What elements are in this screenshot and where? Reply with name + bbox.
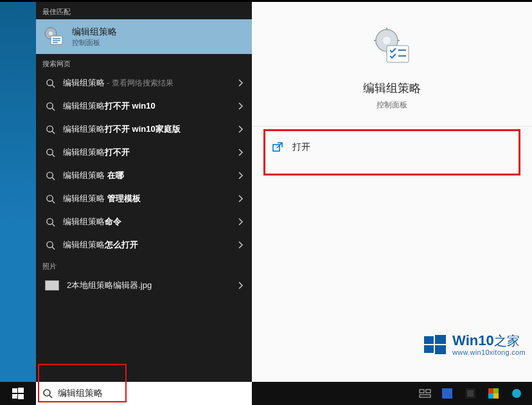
web-results-list: 编辑组策略 - 查看网络搜索结果 编辑组策略打不开 win10 编辑组策略打不开… — [36, 71, 252, 256]
web-result-label: 编辑组策略怎么打开 — [63, 239, 138, 251]
search-icon — [45, 217, 55, 227]
svg-line-42 — [49, 395, 52, 398]
svg-rect-44 — [426, 390, 430, 393]
web-result-item[interactable]: 编辑组策略打不开 win10家庭版 — [36, 118, 252, 141]
pinned-app-icon[interactable] — [511, 388, 523, 399]
svg-rect-36 — [435, 345, 446, 354]
preview-title: 编辑组策略 — [363, 80, 421, 96]
chevron-right-icon — [238, 195, 243, 203]
taskview-icon[interactable] — [419, 388, 430, 399]
watermark-brand: Win10之家 — [452, 332, 526, 350]
best-match-header: 最佳匹配 — [36, 2, 252, 19]
search-icon — [45, 124, 55, 134]
open-action[interactable]: 打开 — [263, 129, 520, 176]
chevron-right-icon — [238, 102, 243, 110]
search-icon — [45, 78, 55, 88]
web-result-item[interactable]: 编辑组策略打不开 win10 — [36, 94, 252, 118]
web-result-item[interactable]: 编辑组策略 管理模板 — [36, 187, 252, 210]
chevron-right-icon — [238, 241, 243, 249]
svg-point-8 — [46, 102, 52, 108]
preview-panel: 编辑组策略 控制面板 打开 Win10之家 www.win10xitong.co… — [252, 2, 532, 382]
pinned-app-icon[interactable] — [465, 388, 477, 399]
control-panel-large-icon — [366, 21, 418, 73]
open-external-icon — [272, 141, 283, 153]
chevron-right-icon — [238, 172, 243, 179]
svg-point-53 — [512, 389, 521, 398]
best-match-subtitle: 控制面板 — [72, 38, 117, 48]
search-icon — [45, 147, 55, 158]
svg-point-41 — [44, 390, 50, 396]
control-panel-icon — [42, 25, 66, 48]
svg-rect-35 — [424, 345, 434, 353]
svg-rect-28 — [387, 46, 409, 62]
svg-rect-40 — [18, 394, 24, 399]
photo-result-item[interactable]: 2本地组策略编辑器.jpg — [36, 274, 252, 297]
web-result-item[interactable]: 编辑组策略 在哪 — [36, 164, 252, 187]
watermark: Win10之家 www.win10xitong.com — [424, 332, 526, 356]
svg-point-1 — [49, 32, 53, 35]
web-result-label: 编辑组策略打不开 win10家庭版 — [63, 123, 181, 135]
windows-start-icon — [12, 388, 24, 399]
svg-line-17 — [52, 201, 55, 203]
web-result-item[interactable]: 编辑组策略 - 查看网络搜索结果 — [36, 71, 252, 94]
svg-rect-39 — [12, 394, 17, 399]
web-result-item[interactable]: 编辑组策略打不开 — [36, 141, 252, 164]
taskbar-tray — [410, 388, 532, 399]
svg-rect-50 — [493, 388, 499, 393]
photo-result-label: 2本地组策略编辑器.jpg — [67, 280, 152, 291]
best-match-item[interactable]: 编辑组策略 控制面板 — [36, 19, 252, 54]
svg-rect-49 — [488, 388, 493, 393]
svg-point-10 — [46, 125, 52, 131]
svg-line-21 — [52, 247, 55, 249]
svg-point-16 — [46, 195, 52, 201]
chevron-right-icon — [238, 282, 243, 289]
svg-rect-52 — [493, 393, 499, 399]
pinned-app-icon[interactable] — [488, 388, 500, 399]
svg-rect-34 — [435, 335, 446, 344]
search-icon — [45, 101, 55, 111]
desktop-left-strip — [0, 2, 36, 382]
svg-line-13 — [52, 154, 55, 157]
web-result-label: 编辑组策略打不开 win10 — [63, 100, 155, 112]
svg-rect-43 — [420, 390, 424, 393]
web-result-label: 编辑组策略打不开 — [63, 147, 130, 158]
best-match-title: 编辑组策略 — [72, 26, 117, 38]
svg-rect-38 — [18, 388, 24, 393]
watermark-url: www.win10xitong.com — [452, 348, 526, 356]
divider — [252, 126, 532, 127]
image-thumbnail-icon — [45, 280, 59, 291]
pinned-app-icon[interactable] — [442, 388, 454, 399]
svg-point-6 — [46, 79, 52, 85]
svg-point-18 — [46, 218, 52, 224]
svg-line-11 — [52, 131, 55, 134]
svg-line-15 — [52, 177, 55, 180]
svg-line-9 — [52, 108, 55, 111]
web-result-item[interactable]: 编辑组策略命令 — [36, 210, 252, 233]
start-button[interactable] — [0, 382, 36, 405]
taskbar-search-box[interactable]: 编辑组策略 — [36, 382, 252, 405]
search-icon — [45, 240, 55, 250]
svg-point-20 — [46, 241, 52, 247]
svg-rect-46 — [442, 388, 452, 399]
windows-logo-icon — [424, 335, 446, 354]
svg-line-19 — [52, 224, 55, 226]
svg-rect-37 — [12, 388, 17, 393]
svg-rect-48 — [467, 390, 474, 397]
search-input-text: 编辑组策略 — [58, 388, 103, 399]
svg-point-14 — [46, 172, 52, 177]
search-icon — [45, 170, 55, 181]
chevron-right-icon — [238, 125, 243, 133]
preview-subtitle: 控制面板 — [377, 100, 407, 111]
web-result-item[interactable]: 编辑组策略怎么打开 — [36, 233, 252, 256]
search-icon — [42, 388, 53, 399]
search-results-panel: 最佳匹配 编辑组策略 控制面板 搜索网页 编辑组策略 - 查看网络搜索结果 — [36, 2, 252, 382]
svg-rect-45 — [420, 395, 430, 397]
svg-line-7 — [52, 85, 55, 87]
web-result-label: 编辑组策略 在哪 — [63, 170, 124, 181]
svg-rect-51 — [488, 393, 493, 399]
chevron-right-icon — [238, 79, 243, 87]
web-result-label: 编辑组策略命令 — [63, 216, 121, 228]
photo-header: 照片 — [36, 256, 252, 274]
web-header: 搜索网页 — [36, 54, 252, 71]
web-result-label: 编辑组策略 管理模板 — [63, 193, 141, 204]
